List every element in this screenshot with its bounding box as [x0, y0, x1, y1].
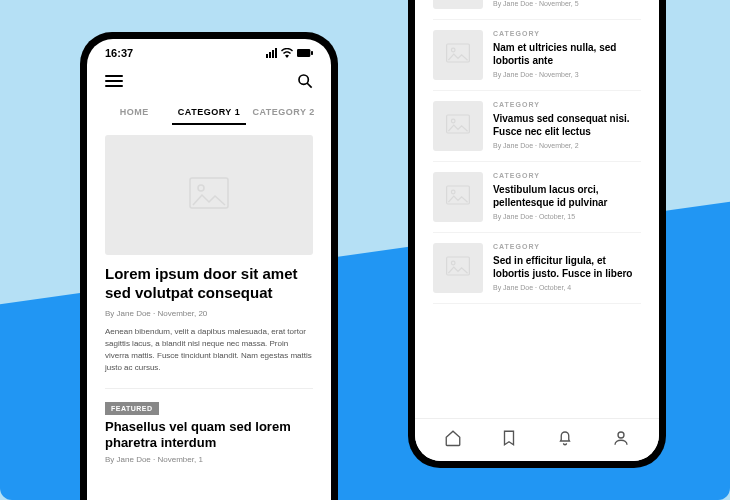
article-list: CATEGORY Lorem ipsum dolor sit amet sed …	[415, 0, 659, 304]
list-item[interactable]: CATEGORY Nam et ultricies nulla, sed lob…	[433, 20, 641, 91]
article-category: CATEGORY	[493, 101, 641, 108]
status-bar: 16:37	[87, 39, 331, 63]
nav-notifications[interactable]	[556, 429, 574, 447]
lead-article-title[interactable]: Lorem ipsum door sit amet sed volutpat c…	[105, 265, 313, 303]
article-title: Vestibulum lacus orci, pellentesque id p…	[493, 183, 641, 209]
bookmark-icon	[500, 429, 518, 447]
article-thumbnail	[433, 0, 483, 9]
list-item[interactable]: CATEGORY Sed in efficitur ligula, et lob…	[433, 233, 641, 304]
list-item[interactable]: CATEGORY Lorem ipsum dolor sit amet sed …	[433, 0, 641, 20]
menu-button[interactable]	[105, 75, 123, 87]
article-category: CATEGORY	[493, 243, 641, 250]
article-thumbnail	[433, 243, 483, 293]
featured-badge: FEATURED	[105, 402, 159, 415]
article-byline: By Jane Doe · October, 4	[493, 284, 641, 291]
image-placeholder-icon	[446, 43, 470, 67]
image-placeholder-icon	[446, 256, 470, 280]
article-title: Sed in efficitur ligula, et lobortis jus…	[493, 254, 641, 280]
article-byline: By Jane Doe · November, 5	[493, 0, 641, 7]
article-thumbnail	[433, 101, 483, 151]
battery-icon	[297, 49, 313, 57]
featured-article-byline: By Jane Doe · November, 1	[105, 455, 313, 464]
phone-mockup-left: 16:37 HOME CATEGORY 1 CATEGORY 2	[80, 32, 338, 500]
nav-profile[interactable]	[612, 429, 630, 447]
status-time: 16:37	[105, 47, 133, 59]
signal-icon	[266, 48, 277, 58]
article-title: Vivamus sed consequat nisi. Fusce nec el…	[493, 112, 641, 138]
svg-point-11	[451, 119, 455, 123]
tab-category-1[interactable]: CATEGORY 1	[172, 101, 247, 125]
wifi-icon	[281, 48, 293, 58]
lead-article-image[interactable]	[105, 135, 313, 255]
list-item[interactable]: CATEGORY Vivamus sed consequat nisi. Fus…	[433, 91, 641, 162]
search-button[interactable]	[297, 73, 313, 89]
svg-point-2	[299, 75, 308, 84]
article-title: Nam et ultricies nulla, sed lobortis ant…	[493, 41, 641, 67]
nav-home[interactable]	[444, 429, 462, 447]
list-item[interactable]: CATEGORY Vestibulum lacus orci, pellente…	[433, 162, 641, 233]
home-icon	[444, 429, 462, 447]
article-byline: By Jane Doe · October, 15	[493, 213, 641, 220]
svg-point-15	[451, 261, 455, 265]
svg-point-13	[451, 190, 455, 194]
svg-point-5	[198, 185, 204, 191]
nav-bookmarks[interactable]	[500, 429, 518, 447]
svg-rect-0	[297, 49, 310, 57]
bottom-nav	[415, 418, 659, 461]
lead-article-byline: By Jane Doe · November, 20	[105, 309, 313, 318]
article-byline: By Jane Doe · November, 2	[493, 142, 641, 149]
article-byline: By Jane Doe · November, 3	[493, 71, 641, 78]
image-placeholder-icon	[446, 114, 470, 138]
featured-article-title[interactable]: Phasellus vel quam sed lorem pharetra in…	[105, 419, 313, 452]
article-category: CATEGORY	[493, 30, 641, 37]
tab-category-2[interactable]: CATEGORY 2	[246, 101, 321, 125]
divider	[105, 388, 313, 389]
phone-mockup-right: CATEGORY Lorem ipsum dolor sit amet sed …	[408, 0, 666, 468]
tabs: HOME CATEGORY 1 CATEGORY 2	[87, 101, 331, 125]
svg-line-3	[307, 83, 312, 88]
image-placeholder-icon	[189, 177, 229, 213]
svg-point-9	[451, 48, 455, 52]
lead-article-excerpt: Aenean bibendum, velit a dapibus malesua…	[105, 326, 313, 374]
svg-rect-1	[311, 51, 313, 55]
bell-icon	[556, 429, 574, 447]
article-thumbnail	[433, 30, 483, 80]
svg-point-16	[618, 432, 624, 438]
image-placeholder-icon	[446, 185, 470, 209]
user-icon	[612, 429, 630, 447]
article-thumbnail	[433, 172, 483, 222]
tab-home[interactable]: HOME	[97, 101, 172, 125]
article-category: CATEGORY	[493, 172, 641, 179]
